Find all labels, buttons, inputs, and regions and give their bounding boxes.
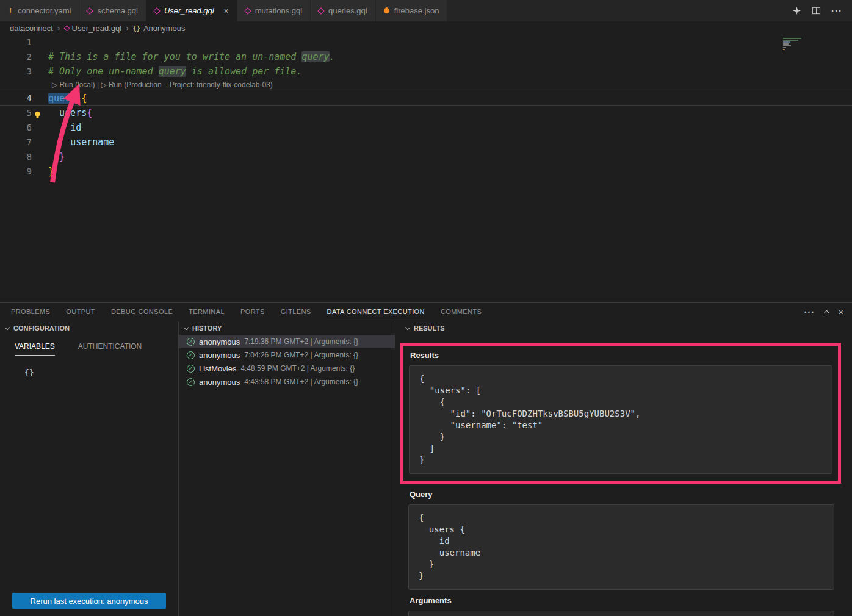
check-circle-icon: ✓ (187, 338, 195, 346)
history-item[interactable]: ✓anonymous4:43:58 PM GMT+2 | Arguments: … (179, 375, 395, 389)
editor-tab-queries-gql[interactable]: queries.gql (311, 0, 376, 21)
code-line-4[interactable]: 4query { (0, 91, 852, 106)
chevron-down-icon (405, 324, 410, 329)
panel-tabs: PROBLEMSOUTPUTDEBUG CONSOLETERMINALPORTS… (11, 303, 482, 321)
code-token: { (81, 93, 87, 104)
breadcrumb-item-anonymous[interactable]: {}Anonymous (133, 24, 186, 33)
panel-close-icon[interactable]: × (839, 307, 843, 317)
code-line-8[interactable]: 8 } (0, 149, 852, 164)
breadcrumb-item-user-read-gql[interactable]: User_read.gql (65, 24, 122, 33)
line-content: } (32, 164, 54, 179)
firebase-icon (383, 7, 391, 15)
tab-label: queries.gql (328, 6, 367, 15)
history-item[interactable]: ✓anonymous7:04:26 PM GMT+2 | Arguments: … (179, 348, 395, 362)
history-name: anonymous (199, 351, 240, 360)
editor-tab-user-read-gql[interactable]: User_read.gql× (146, 0, 237, 21)
panel-tab-data-connect-execution[interactable]: DATA CONNECT EXECUTION (327, 303, 425, 321)
variables-value[interactable]: {} (24, 368, 178, 377)
panel-tab-output[interactable]: OUTPUT (66, 303, 95, 321)
breadcrumb-label: Anonymous (143, 24, 186, 33)
editor-tab-bar: !connector.yamlschema.gqlUser_read.gql×m… (0, 0, 852, 21)
panel-more-icon[interactable]: ··· (804, 307, 815, 317)
configuration-header[interactable]: CONFIGURATION (0, 321, 178, 335)
vscode-window: !connector.yamlschema.gqlUser_read.gql×m… (0, 0, 852, 616)
line-number: 6 (0, 120, 32, 135)
config-tab-variables[interactable]: VARIABLES (15, 342, 55, 356)
rerun-button[interactable]: Rerun last execution: anonymous (12, 593, 166, 609)
tab-label: User_read.gql (164, 6, 214, 15)
results-header[interactable]: RESULTS (400, 321, 842, 335)
code-line-5[interactable]: 5 users{ (0, 106, 852, 120)
close-tab-icon[interactable]: × (224, 7, 229, 15)
code-token: # This is a file for you to write an un-… (48, 51, 301, 62)
code-area: 12# This is a file for you to write an u… (0, 35, 852, 179)
sparkle-icon[interactable] (792, 6, 801, 15)
history-item[interactable]: ✓anonymous7:19:36 PM GMT+2 | Arguments: … (179, 335, 395, 348)
results-sub-blocks: Query { users { id username } } Argument… (408, 490, 834, 616)
split-editor-icon[interactable] (812, 6, 821, 15)
tab-label: mutations.gql (255, 6, 302, 15)
code-line-9[interactable]: 9} (0, 164, 852, 179)
code-line-3[interactable]: 3# Only one un-named query is allowed pe… (0, 64, 852, 79)
panel-tab-problems[interactable]: PROBLEMS (11, 303, 50, 321)
lightbulb-icon[interactable] (34, 109, 42, 116)
annotation-highlight-box: Results { "users": [ { "id": "OrTucFODZH… (400, 343, 841, 484)
run-production-link[interactable]: ▷ Run (Production – Project: friendly-fl… (101, 81, 272, 89)
results-label: Results (410, 351, 832, 360)
line-content: query { (32, 91, 87, 106)
graphql-icon (244, 7, 251, 14)
code-editor[interactable]: 12# This is a file for you to write an u… (0, 35, 852, 302)
code-line-1[interactable]: 1 (0, 35, 852, 49)
chevron-down-icon (5, 324, 10, 329)
line-content: id (32, 120, 81, 135)
breadcrumb-item-dataconnect[interactable]: dataconnect (10, 24, 53, 33)
code-token: query (159, 66, 186, 77)
line-number: 8 (0, 149, 32, 164)
editor-tab-mutations-gql[interactable]: mutations.gql (237, 0, 311, 21)
history-header[interactable]: HISTORY (179, 321, 395, 335)
more-actions-icon[interactable]: ··· (831, 5, 842, 16)
code-line-7[interactable]: 7 username (0, 135, 852, 149)
run-local-link[interactable]: ▷ Run (local) (52, 81, 95, 89)
code-token: } (48, 166, 54, 177)
code-token (48, 137, 70, 148)
editor-tab-schema-gql[interactable]: schema.gql (79, 0, 146, 21)
panel-tab-terminal[interactable]: TERMINAL (189, 303, 225, 321)
editor-tab-connector-yaml[interactable]: !connector.yaml (0, 0, 79, 21)
history-title: HISTORY (192, 324, 222, 332)
code-line-2[interactable]: 2# This is a file for you to write an un… (0, 49, 852, 64)
config-tab-authentication[interactable]: AUTHENTICATION (78, 342, 142, 356)
tab-label: schema.gql (97, 6, 137, 15)
line-content (32, 35, 48, 49)
line-number: 1 (0, 35, 32, 49)
configuration-title: CONFIGURATION (13, 324, 70, 332)
panel-maximize-icon[interactable] (825, 309, 829, 315)
code-token (48, 107, 59, 118)
panel-tab-ports[interactable]: PORTS (240, 303, 265, 321)
history-meta: 7:04:26 PM GMT+2 | Arguments: {} (244, 351, 358, 359)
check-circle-icon: ✓ (187, 378, 195, 386)
history-meta: 4:43:58 PM GMT+2 | Arguments: {} (244, 378, 358, 386)
arguments-text: {} (408, 611, 834, 616)
panel-tab-gitlens[interactable]: GITLENS (281, 303, 311, 321)
panel-tab-comments[interactable]: COMMENTS (441, 303, 482, 321)
history-name: ListMovies (199, 364, 236, 373)
graphql-icon (87, 7, 93, 14)
results-json: { "users": [ { "id": "OrTucFODZHTksvBSBU… (409, 365, 832, 474)
code-token: query (301, 51, 329, 62)
code-token: } (59, 151, 65, 162)
history-item[interactable]: ✓ListMovies4:48:59 PM GMT+2 | Arguments:… (179, 362, 395, 375)
minimap[interactable] (783, 38, 801, 50)
query-label: Query (410, 490, 834, 499)
editor-tab-firebase-json[interactable]: firebase.json (376, 0, 448, 21)
line-number: 7 (0, 135, 32, 149)
line-content: } (32, 149, 65, 164)
editor-toolbar: ··· (782, 0, 852, 21)
breadcrumb: dataconnect›User_read.gql›{}Anonymous (0, 21, 852, 35)
code-token (76, 93, 81, 104)
editor-tabs: !connector.yamlschema.gqlUser_read.gql×m… (0, 0, 447, 21)
code-token (48, 122, 70, 133)
check-circle-icon: ✓ (187, 365, 195, 373)
code-line-6[interactable]: 6 id (0, 120, 852, 135)
panel-tab-debug-console[interactable]: DEBUG CONSOLE (111, 303, 173, 321)
